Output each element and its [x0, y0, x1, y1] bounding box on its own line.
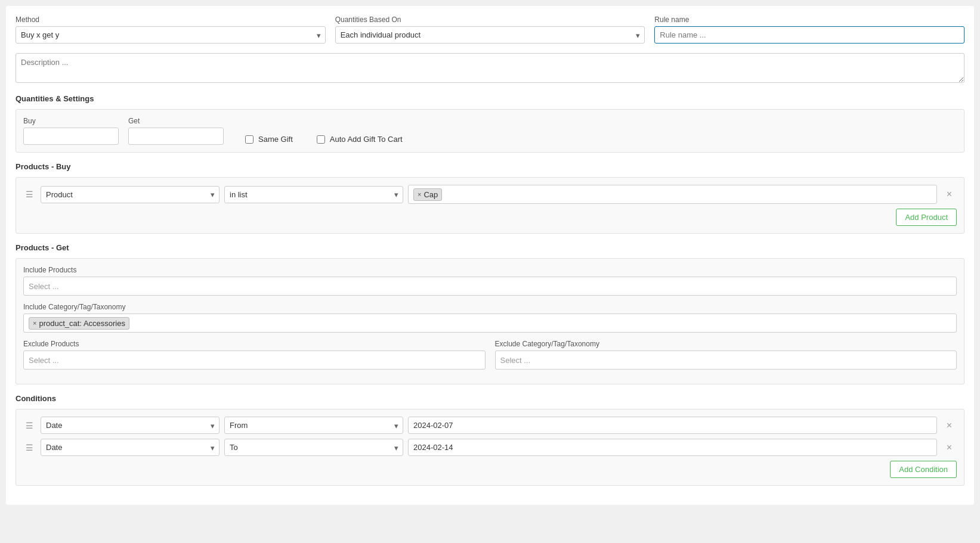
- rule-name-group: Rule name: [654, 15, 964, 44]
- products-get-title: Products - Get: [16, 243, 964, 252]
- checkboxes-group: Same Gift Auto Add Gift To Cart: [245, 135, 403, 145]
- auto-add-group: Auto Add Gift To Cart: [317, 135, 403, 144]
- exclude-category-input[interactable]: Select ...: [495, 350, 957, 370]
- buy-input[interactable]: 2: [23, 128, 119, 145]
- add-product-button[interactable]: Add Product: [896, 209, 957, 226]
- drag-handle-icon[interactable]: ☰: [23, 187, 36, 201]
- condition-type-2-wrapper: Date Time User Role: [41, 439, 220, 456]
- exclude-products-label: Exclude Products: [23, 340, 486, 348]
- condition-type-1-select[interactable]: Date Time User Role: [41, 417, 220, 434]
- method-label: Method: [16, 15, 326, 24]
- same-gift-checkbox[interactable]: [245, 135, 253, 144]
- condition-type-1-wrapper: Date Time User Role: [41, 417, 220, 434]
- top-row: Method Buy x get y Percentage Fixed Quan…: [16, 15, 964, 44]
- condition-value-2-group: [408, 439, 937, 456]
- condition-operator-2-select[interactable]: From To Between: [224, 439, 403, 456]
- condition-value-1-group: [408, 417, 937, 434]
- quantities-section: Quantities & Settings Buy 2 Get 1 Same G…: [16, 94, 964, 153]
- exclude-category-label: Exclude Category/Tag/Taxonomy: [495, 340, 957, 348]
- buy-field: Buy 2: [23, 117, 119, 145]
- quantities-inner: Buy 2 Get 1 Same Gift Auto Add Gift To C…: [16, 109, 964, 153]
- exclude-row: Exclude Products Select ... Exclude Cate…: [23, 340, 957, 377]
- condition-row-2: ☰ Date Time User Role From To Between: [23, 439, 957, 456]
- add-condition-row: Add Condition: [23, 461, 957, 478]
- products-get-inner: Include Products Select ... Include Cate…: [16, 258, 964, 384]
- condition-operator-1-wrapper: From To Between: [224, 417, 403, 434]
- condition-operator-1-select[interactable]: From To Between: [224, 417, 403, 434]
- page-wrapper: Method Buy x get y Percentage Fixed Quan…: [6, 6, 974, 505]
- include-products-placeholder: Select ...: [29, 282, 59, 291]
- conditions-section: Conditions ☰ Date Time User Role From To: [16, 394, 964, 486]
- exclude-products-placeholder: Select ...: [29, 356, 59, 365]
- exclude-category-field: Exclude Category/Tag/Taxonomy Select ...: [495, 340, 957, 370]
- include-category-input[interactable]: × product_cat: Accessories: [23, 314, 957, 333]
- method-group: Method Buy x get y Percentage Fixed: [16, 15, 326, 44]
- add-product-row: Add Product: [23, 209, 957, 226]
- buy-label: Buy: [23, 117, 119, 125]
- quantities-based-on-label: Quantities Based On: [335, 15, 645, 24]
- accessories-tag-label: product_cat: Accessories: [39, 319, 125, 328]
- condition-value-1-input[interactable]: [408, 417, 937, 434]
- products-buy-title: Products - Buy: [16, 162, 964, 171]
- conditions-title: Conditions: [16, 394, 964, 403]
- condition-type-2-select[interactable]: Date Time User Role: [41, 439, 220, 456]
- include-category-field: Include Category/Tag/Taxonomy × product_…: [23, 303, 957, 333]
- products-buy-section: Products - Buy ☰ Product Category Tag in…: [16, 162, 964, 234]
- exclude-category-placeholder: Select ...: [500, 356, 531, 365]
- buy-type-select[interactable]: Product Category Tag: [41, 186, 220, 203]
- add-condition-button[interactable]: Add Condition: [890, 461, 957, 478]
- quantities-fields: Buy 2 Get 1 Same Gift Auto Add Gift To C…: [23, 117, 957, 145]
- include-products-label: Include Products: [23, 266, 957, 274]
- products-buy-inner: ☰ Product Category Tag in list not in li…: [16, 177, 964, 234]
- get-label: Get: [128, 117, 224, 125]
- cap-tag: × Cap: [413, 188, 442, 201]
- buy-condition-remove-button[interactable]: ×: [942, 187, 957, 202]
- method-select[interactable]: Buy x get y Percentage Fixed: [16, 26, 326, 44]
- buy-operator-select-wrapper: in list not in list: [224, 186, 403, 203]
- same-gift-group: Same Gift: [245, 135, 293, 144]
- auto-add-checkbox[interactable]: [317, 135, 325, 144]
- accessories-tag-remove[interactable]: ×: [33, 319, 36, 327]
- quantities-based-on-select[interactable]: Each individual product Cart total Per o…: [335, 26, 645, 44]
- condition-row-1: ☰ Date Time User Role From To Between: [23, 417, 957, 434]
- rule-name-input[interactable]: [654, 26, 964, 44]
- buy-condition-row: ☰ Product Category Tag in list not in li…: [23, 185, 957, 204]
- get-field: Get 1: [128, 117, 224, 145]
- condition-2-remove-button[interactable]: ×: [942, 440, 957, 455]
- quantities-based-on-select-wrapper: Each individual product Cart total Per o…: [335, 26, 645, 44]
- exclude-products-input[interactable]: Select ...: [23, 350, 486, 370]
- get-input[interactable]: 1: [128, 128, 224, 145]
- quantities-based-on-group: Quantities Based On Each individual prod…: [335, 15, 645, 44]
- description-input[interactable]: [16, 53, 964, 83]
- products-get-section: Products - Get Include Products Select .…: [16, 243, 964, 384]
- include-category-label: Include Category/Tag/Taxonomy: [23, 303, 957, 311]
- buy-tag-input[interactable]: × Cap: [408, 185, 937, 204]
- auto-add-label[interactable]: Auto Add Gift To Cart: [330, 135, 403, 144]
- quantities-section-title: Quantities & Settings: [16, 94, 964, 103]
- description-row: [16, 53, 964, 85]
- buy-value-area: × Cap: [408, 185, 937, 204]
- buy-operator-select[interactable]: in list not in list: [224, 186, 403, 203]
- rule-name-label: Rule name: [654, 15, 964, 24]
- condition-drag-handle-1-icon[interactable]: ☰: [23, 418, 36, 433]
- include-products-field: Include Products Select ...: [23, 266, 957, 296]
- condition-operator-2-wrapper: From To Between: [224, 439, 403, 456]
- condition-1-remove-button[interactable]: ×: [942, 418, 957, 433]
- exclude-products-field: Exclude Products Select ...: [23, 340, 486, 370]
- buy-type-select-wrapper: Product Category Tag: [41, 186, 220, 203]
- condition-value-2-input[interactable]: [408, 439, 937, 456]
- accessories-tag: × product_cat: Accessories: [29, 317, 129, 330]
- condition-drag-handle-2-icon[interactable]: ☰: [23, 440, 36, 455]
- method-select-wrapper: Buy x get y Percentage Fixed: [16, 26, 326, 44]
- cap-tag-remove[interactable]: ×: [418, 191, 421, 198]
- same-gift-label[interactable]: Same Gift: [258, 135, 293, 144]
- cap-tag-label: Cap: [423, 190, 438, 199]
- include-products-input[interactable]: Select ...: [23, 277, 957, 296]
- conditions-inner: ☰ Date Time User Role From To Between: [16, 409, 964, 486]
